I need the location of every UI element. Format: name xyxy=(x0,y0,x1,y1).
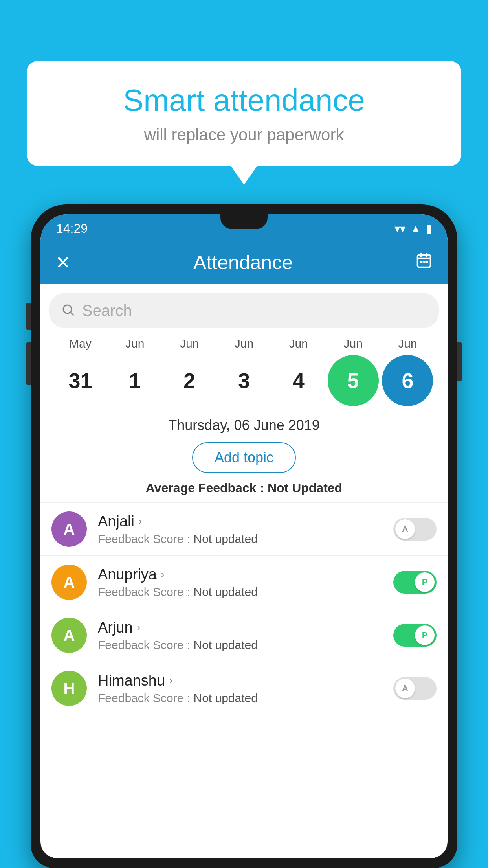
chevron-himanshu: › xyxy=(169,674,172,687)
toggle-anjali[interactable]: A xyxy=(393,518,437,541)
student-item-himanshu[interactable]: H Himanshu › Feedback Score : Not update… xyxy=(40,662,448,715)
status-time: 14:29 xyxy=(56,221,88,236)
toggle-anupriya[interactable]: P xyxy=(393,571,437,594)
cal-date-6[interactable]: 6 xyxy=(382,355,433,406)
cal-date-1[interactable]: 1 xyxy=(109,355,160,406)
toggle-arjun[interactable]: P xyxy=(393,624,437,647)
avatar-anjali: A xyxy=(51,511,87,547)
wifi-icon: ▾▾ xyxy=(394,222,405,235)
student-name-arjun: Arjun › xyxy=(98,619,382,636)
toggle-himanshu[interactable]: A xyxy=(393,677,437,700)
volume-up-button xyxy=(26,303,31,330)
month-5: Jun xyxy=(328,337,379,350)
calendar-months: May Jun Jun Jun Jun Jun Jun xyxy=(49,337,439,350)
cal-date-2[interactable]: 2 xyxy=(164,355,215,406)
cal-date-3[interactable]: 3 xyxy=(218,355,270,406)
bubble-title: Smart attendance xyxy=(50,83,438,118)
student-score-anjali: Feedback Score : Not updated xyxy=(98,532,382,546)
toggle-knob-himanshu: A xyxy=(395,679,415,698)
calendar-strip: May Jun Jun Jun Jun Jun Jun 31 1 2 3 4 5… xyxy=(40,337,448,406)
student-item-arjun[interactable]: A Arjun › Feedback Score : Not updated P xyxy=(40,609,448,662)
phone-frame: 14:29 ▾▾ ▲ ▮ ✕ Attendance xyxy=(31,204,457,868)
avatar-arjun: A xyxy=(51,618,87,653)
calendar-dates: 31 1 2 3 4 5 6 xyxy=(49,355,439,406)
student-name-anjali: Anjali › xyxy=(98,513,382,530)
month-4: Jun xyxy=(273,337,324,350)
battery-icon: ▮ xyxy=(426,222,432,235)
svg-rect-5 xyxy=(423,261,426,263)
selected-date-heading: Thursday, 06 June 2019 xyxy=(40,417,448,434)
cal-date-4[interactable]: 4 xyxy=(273,355,324,406)
volume-down-button xyxy=(26,342,31,385)
feedback-summary: Average Feedback : Not Updated xyxy=(40,481,448,495)
search-bar[interactable]: Search xyxy=(49,293,439,328)
month-3: Jun xyxy=(218,337,270,350)
student-score-arjun: Feedback Score : Not updated xyxy=(98,638,382,652)
app-bar-title: Attendance xyxy=(193,251,293,274)
add-topic-button[interactable]: Add topic xyxy=(192,442,296,473)
feedback-value: Not Updated xyxy=(268,481,342,495)
phone-screen: 14:29 ▾▾ ▲ ▮ ✕ Attendance xyxy=(40,214,448,858)
month-6: Jun xyxy=(382,337,433,350)
chevron-arjun: › xyxy=(137,621,140,634)
app-bar: ✕ Attendance xyxy=(40,241,448,284)
svg-line-8 xyxy=(71,313,73,315)
chevron-anjali: › xyxy=(138,515,142,528)
student-info-arjun: Arjun › Feedback Score : Not updated xyxy=(98,619,382,652)
student-info-anupriya: Anupriya › Feedback Score : Not updated xyxy=(98,566,382,599)
add-topic-container: Add topic xyxy=(40,442,448,473)
student-item-anjali[interactable]: A Anjali › Feedback Score : Not updated … xyxy=(40,502,448,555)
chevron-anupriya: › xyxy=(161,568,164,581)
month-2: Jun xyxy=(164,337,215,350)
student-list: A Anjali › Feedback Score : Not updated … xyxy=(40,502,448,715)
avatar-himanshu: H xyxy=(51,671,87,706)
month-1: Jun xyxy=(109,337,160,350)
status-icons: ▾▾ ▲ ▮ xyxy=(394,222,432,235)
power-button xyxy=(457,342,462,381)
student-name-anupriya: Anupriya › xyxy=(98,566,382,583)
month-0: May xyxy=(55,337,106,350)
svg-rect-4 xyxy=(420,261,423,263)
student-item-anupriya[interactable]: A Anupriya › Feedback Score : Not update… xyxy=(40,555,448,609)
cal-date-5[interactable]: 5 xyxy=(328,355,379,406)
feedback-label-text: Average Feedback : xyxy=(146,481,268,495)
toggle-knob-anupriya: P xyxy=(415,572,435,592)
toggle-knob-arjun: P xyxy=(415,625,435,645)
student-info-anjali: Anjali › Feedback Score : Not updated xyxy=(98,513,382,546)
search-icon xyxy=(61,303,75,318)
cal-date-31[interactable]: 31 xyxy=(55,355,106,406)
speech-bubble: Smart attendance will replace your paper… xyxy=(27,61,461,166)
student-name-himanshu: Himanshu › xyxy=(98,672,382,689)
search-input[interactable]: Search xyxy=(82,302,132,320)
toggle-knob-anjali: A xyxy=(395,519,415,539)
signal-icon: ▲ xyxy=(410,223,421,235)
calendar-icon[interactable] xyxy=(415,252,433,273)
student-score-himanshu: Feedback Score : Not updated xyxy=(98,691,382,705)
avatar-anupriya: A xyxy=(51,565,87,600)
camera-notch xyxy=(220,214,268,229)
student-score-anupriya: Feedback Score : Not updated xyxy=(98,585,382,599)
speech-bubble-container: Smart attendance will replace your paper… xyxy=(27,61,461,166)
svg-rect-6 xyxy=(426,261,428,263)
student-info-himanshu: Himanshu › Feedback Score : Not updated xyxy=(98,672,382,705)
bubble-subtitle: will replace your paperwork xyxy=(50,125,438,144)
close-icon[interactable]: ✕ xyxy=(55,252,71,273)
